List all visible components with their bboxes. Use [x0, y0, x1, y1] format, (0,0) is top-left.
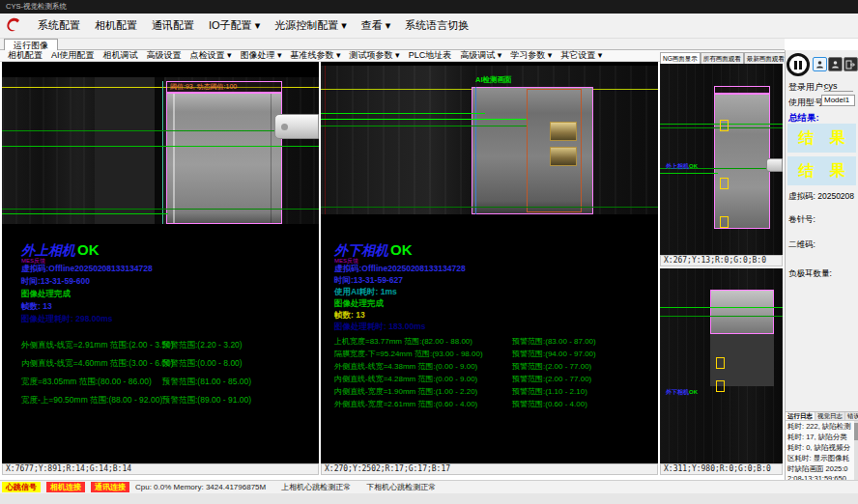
menu-item-system-config[interactable]: 系统配置 — [38, 18, 80, 33]
measurement-warn-range: 预警范围:(94.00 - 97.00) — [512, 349, 596, 359]
result-ok-status: OK — [689, 389, 698, 395]
measurement-line-green — [2, 209, 319, 210]
menu-bar: 系统配置 相机配置 通讯配置 IO子配置 ▾ 光源控制配置 ▾ 查看 ▾ 系统语… — [0, 14, 858, 39]
threshold-overlay-label — [714, 86, 770, 94]
measurement-line-green — [321, 113, 485, 114]
heartbeat-status-badge: 心跳信号 — [2, 482, 41, 492]
tool-learning-params[interactable]: 学习参数 ▾ — [510, 49, 552, 62]
measurement-warn-range: 预警范围:(89.00 - 91.00) — [162, 395, 251, 406]
virtual-code-line: 虚拟码:Offline20250208133134728 — [334, 264, 466, 275]
tool-advanced-debug[interactable]: 高级调试 ▾ — [460, 49, 501, 62]
process-time-line: 图像处理耗时: 183.00ms — [334, 322, 425, 333]
tool-advanced-settings[interactable]: 高级设置 — [147, 49, 182, 62]
tab-latest-views[interactable]: 最新画面观看 — [744, 52, 787, 64]
menu-item-view[interactable]: 查看 ▾ — [361, 18, 391, 33]
measurement-line-green — [321, 126, 527, 126]
frame-count-line: 帧数: 13 — [21, 301, 52, 313]
measurement-row: 宽度-上=90.50mm 范围:(88.00 - 92.00) 预警范围:(89… — [21, 395, 311, 406]
camera-name: 外下相机 — [666, 389, 689, 395]
monitor-button[interactable] — [828, 57, 843, 71]
camera-image-outer-lower[interactable]: AI检测画面 — [321, 66, 658, 214]
login-user-button[interactable] — [813, 57, 827, 71]
window-titlebar[interactable]: CYS-视觉检测系统 — [0, 0, 858, 14]
virtual-code-line: 虚拟码:Offline20250208133134728 — [21, 264, 153, 275]
qr-code-field: 二维码: — [788, 239, 815, 251]
measurement-line-green — [660, 307, 783, 308]
tab-error-log[interactable]: 错误日志 — [845, 412, 858, 420]
camera-view-outer-lower: AI检测画面 外下相机OK MES反馈 虚拟码:Offline202502081… — [321, 62, 658, 463]
measurement-line-green — [660, 173, 718, 174]
window-title: CYS-视觉检测系统 — [6, 2, 67, 12]
menu-item-io-config[interactable]: IO子配置 ▾ — [209, 18, 260, 33]
measurement-value: 内侧直线-线宽=4.28mm 范围:(0.00 - 9.00) — [334, 375, 477, 383]
status-bar: 心跳信号 相机连接 通讯连接 Cpu: 0.0% Memory: 3424.41… — [0, 480, 858, 493]
camera-image-outer-upper[interactable]: 阈值:93, 动态阈值:100 — [2, 77, 319, 224]
tool-test-params[interactable]: 测试项参数 ▾ — [350, 49, 400, 62]
tool-camera-debug[interactable]: 相机调试 — [103, 49, 138, 62]
time-line: 时间:13-31-59-600 — [21, 276, 90, 288]
roi-box-yellow — [716, 380, 725, 392]
measurement-value: 外侧直线-宽度=2.61mm 范围:(0.60 - 4.00) — [334, 400, 477, 408]
gripper-clamp — [274, 114, 319, 139]
menu-item-comm-config[interactable]: 通讯配置 — [152, 18, 194, 33]
measurement-value: 内侧直线-线宽=4.60mm 范围:(3.00 - 6.00) — [21, 358, 174, 368]
measurement-warn-range: 预警范围:(1.10 - 2.10) — [512, 386, 587, 397]
inspected-part — [710, 290, 774, 334]
exit-button[interactable] — [844, 57, 858, 71]
model-select[interactable]: Model1 — [821, 95, 855, 106]
measurement-value: 上机宽度=83.77mm 范围:(82.00 - 88.00) — [334, 337, 472, 346]
pause-button[interactable] — [786, 53, 810, 76]
measurement-row: 内侧直线-线宽=4.28mm 范围:(0.00 - 9.00) 预警范围:(2.… — [334, 374, 653, 384]
measurement-row: 内侧直线-线宽=4.60mm 范围:(3.00 - 6.00) 预警范围:(0.… — [21, 358, 311, 370]
tool-spot-check[interactable]: 点检设置 ▾ — [190, 49, 232, 62]
tool-ai-usage-config[interactable]: AI使用配置 — [51, 49, 95, 62]
tab-vision-log[interactable]: 视觉日志 — [815, 412, 845, 420]
tab-run-log[interactable]: 运行日志 — [786, 412, 815, 420]
measurement-warn-range: 预警范围:(0.60 - 4.00) — [512, 399, 587, 409]
result-ok-status: OK — [390, 241, 413, 258]
menu-item-camera-config[interactable]: 相机配置 — [95, 18, 137, 33]
lower-camera-heartbeat-status: 下相机心跳检测正常 — [366, 482, 436, 492]
measurement-line-green — [2, 213, 168, 214]
tab-all-views[interactable]: 所有画面观看 — [701, 52, 744, 64]
small-view-result: 外下相机OK — [666, 388, 698, 397]
small-view-lower-camera[interactable]: 外下相机OK — [660, 268, 783, 463]
process-done-line: 图像处理完成 — [21, 289, 71, 300]
small-view-result: 外上相机OK — [666, 162, 698, 171]
log-scrollbar-thumb[interactable] — [854, 423, 858, 440]
edge-line-cyan — [162, 81, 163, 224]
measurement-row: 宽度=83.05mm 范围:(80.00 - 86.00) 预警范围:(81.0… — [21, 377, 311, 388]
menu-item-language-switch[interactable]: 系统语言切换 — [405, 18, 469, 33]
measurement-value: 外侧直线-线宽=2.91mm 范围:(2.00 - 3.50) — [21, 340, 174, 350]
tool-plc-address-table[interactable]: PLC地址表 — [409, 49, 452, 62]
log-scrollbar[interactable] — [854, 421, 858, 480]
threshold-overlay-label: 阈值:93, 动态阈值:100 — [166, 81, 282, 93]
measurement-warn-range: 预警范围:(2.00 - 77.00) — [512, 361, 591, 372]
tool-other-settings[interactable]: 其它设置 ▾ — [560, 49, 602, 62]
small-view-tabs: NG画面显示 所有画面观看 最新画面观看 — [660, 52, 783, 64]
total-result-box-1: 结 果 — [787, 124, 856, 153]
comm-connection-badge: 通讯连接 — [91, 482, 129, 492]
small-view-upper-camera[interactable]: 外上相机OK — [660, 64, 783, 255]
edge-line-blue — [475, 87, 476, 214]
measurement-row: 外侧直线-线宽=4.38mm 范围:(0.00 - 9.00) 预警范围:(2.… — [334, 361, 653, 372]
login-user-label: 登录用户: — [788, 81, 826, 94]
ai-time-line: 使用AI耗时: 1ms — [334, 287, 397, 298]
time-line: 时间:13-31-59-627 — [334, 275, 403, 287]
tool-baseline-params[interactable]: 基准线参数 ▾ — [291, 49, 341, 62]
virtual-code-field: 虚拟码: 20250208 — [788, 191, 854, 203]
model-label: 使用型号: — [788, 97, 826, 109]
result-ok-status: OK — [689, 163, 698, 169]
roi-box-yellow — [720, 178, 729, 189]
tool-camera-config[interactable]: 相机配置 — [8, 49, 43, 62]
measurement-warn-range: 预警范围:(2.20 - 3.20) — [162, 340, 243, 351]
menu-item-light-config[interactable]: 光源控制配置 ▾ — [274, 18, 347, 33]
measurement-value: 宽度-上=90.50mm 范围:(88.00 - 92.00) — [21, 395, 162, 405]
measurement-row: 外侧直线-线宽=2.91mm 范围:(2.00 - 3.50) 预警范围:(2.… — [21, 340, 311, 351]
log-panel: 运行日志 视觉日志 错误日志 耗时: 222, 缺陷检测耗时: 17, 缺陷分类… — [786, 411, 858, 480]
roi-box-yellow — [716, 357, 725, 369]
tab-material — [550, 147, 577, 166]
roi-box-yellow — [720, 216, 729, 228]
tool-image-processing[interactable]: 图像处理 ▾ — [241, 49, 282, 62]
tab-ng-display[interactable]: NG画面显示 — [660, 52, 701, 64]
